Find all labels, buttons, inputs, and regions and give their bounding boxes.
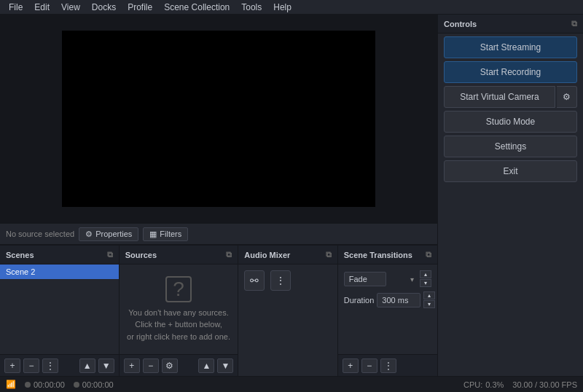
- controls-panel: Controls ⧉ Start Streaming Start Recordi…: [437, 15, 583, 376]
- network-icon: 📶: [6, 380, 16, 389]
- menu-edit[interactable]: Edit: [28, 1, 55, 14]
- filter-scene-button[interactable]: ⋮: [42, 358, 58, 373]
- sources-empty-icon: ?: [165, 276, 192, 302]
- add-scene-button[interactable]: +: [4, 358, 20, 373]
- audio-menu-button[interactable]: ⋮: [270, 270, 291, 291]
- menu-help[interactable]: Help: [267, 1, 297, 14]
- network-status: 📶: [6, 380, 16, 389]
- filter-icon: ▦: [149, 230, 157, 239]
- sources-panel: Sources ⧉ ? You don't have any sources.C…: [120, 246, 239, 376]
- fps-value: 30.00 / 30.00 FPS: [512, 380, 577, 389]
- add-source-button[interactable]: +: [124, 358, 140, 373]
- transition-select-wrapper: Fade Cut Swipe Slide: [344, 272, 417, 286]
- filters-button[interactable]: ▦ Filters: [143, 227, 188, 241]
- transition-type-spin: ▴ ▾: [420, 270, 431, 287]
- cpu-value: 0.3%: [485, 380, 504, 389]
- sources-toolbar: + − ⚙ ▲ ▼: [120, 354, 238, 376]
- remove-transition-button[interactable]: −: [361, 358, 377, 373]
- transitions-title: Scene Transitions: [344, 251, 412, 259]
- studio-mode-button[interactable]: Studio Mode: [444, 111, 577, 133]
- duration-label: Duration: [344, 296, 375, 305]
- controls-header: Controls ⧉: [438, 15, 583, 34]
- audio-mixer-title: Audio Mixer: [244, 251, 290, 259]
- scenes-toolbar: + − ⋮ ▲ ▼: [0, 354, 119, 376]
- sources-empty-text: You don't have any sources.Click the + b…: [127, 307, 230, 343]
- preview-canvas: [62, 31, 375, 207]
- sources-panel-header: Sources ⧉: [120, 246, 238, 264]
- sources-content: ? You don't have any sources.Click the +…: [120, 264, 238, 354]
- audio-mixer-content: ⚯ ⋮: [238, 264, 337, 376]
- transitions-header: Scene Transitions ⧉: [338, 246, 437, 264]
- audio-controls-row: ⚯ ⋮: [244, 270, 331, 291]
- source-bar: No source selected ⚙ Properties ▦ Filter…: [0, 223, 437, 245]
- gear-icon: ⚙: [85, 230, 93, 239]
- audio-link-button[interactable]: ⚯: [244, 270, 265, 291]
- start-streaming-button[interactable]: Start Streaming: [444, 36, 577, 58]
- left-area: No source selected ⚙ Properties ▦ Filter…: [0, 15, 437, 376]
- transitions-content: Fade Cut Swipe Slide ▴ ▾: [338, 264, 437, 354]
- transition-type-down[interactable]: ▾: [420, 279, 431, 287]
- scenes-panel: Scenes ⧉ Scene 2 + − ⋮ ▲ ▼: [0, 246, 120, 376]
- sources-empty: ? You don't have any sources.Click the +…: [120, 264, 238, 354]
- controls-panel-icon[interactable]: ⧉: [571, 19, 577, 28]
- stream-time-item: 00:00:00: [25, 380, 65, 389]
- stream-dot: [25, 382, 31, 388]
- panels: Scenes ⧉ Scene 2 + − ⋮ ▲ ▼ Source: [0, 245, 437, 376]
- fps-status: 30.00 / 30.00 FPS: [512, 380, 577, 389]
- stream-time: 00:00:00: [34, 380, 65, 389]
- menu-file[interactable]: File: [3, 1, 28, 14]
- menu-profile[interactable]: Profile: [122, 1, 158, 14]
- properties-button[interactable]: ⚙ Properties: [79, 227, 138, 241]
- duration-input[interactable]: [377, 293, 420, 307]
- record-dot: [74, 382, 79, 388]
- audio-mixer-panel: Audio Mixer ⧉ ⚯ ⋮: [238, 246, 337, 376]
- audio-mixer-header: Audio Mixer ⧉: [238, 246, 337, 264]
- preview-area: [0, 15, 437, 223]
- source-settings-button[interactable]: ⚙: [162, 358, 178, 373]
- transition-menu-button[interactable]: ⋮: [380, 358, 396, 373]
- add-transition-button[interactable]: +: [343, 358, 359, 373]
- scenes-list: Scene 2: [0, 264, 119, 354]
- record-time-item: 00:00:00: [74, 380, 114, 389]
- settings-button[interactable]: Settings: [444, 136, 577, 157]
- start-virtual-camera-button[interactable]: Start Virtual Camera: [444, 86, 555, 108]
- cpu-status: CPU: 0.3%: [463, 380, 504, 389]
- menu-tools[interactable]: Tools: [235, 1, 267, 14]
- controls-title: Controls: [444, 20, 477, 28]
- start-recording-button[interactable]: Start Recording: [444, 61, 577, 83]
- scenes-title: Scenes: [6, 251, 34, 259]
- duration-up[interactable]: ▴: [423, 291, 435, 299]
- duration-down[interactable]: ▾: [423, 300, 435, 308]
- virtual-camera-settings-button[interactable]: ⚙: [557, 86, 577, 108]
- remove-scene-button[interactable]: −: [23, 358, 39, 373]
- menu-view[interactable]: View: [55, 1, 86, 14]
- sources-title: Sources: [125, 251, 157, 259]
- scene-item[interactable]: Scene 2: [0, 264, 119, 279]
- duration-spin: ▴ ▾: [423, 291, 435, 308]
- no-source-label: No source selected: [6, 230, 74, 238]
- transitions-toolbar: + − ⋮: [338, 354, 437, 376]
- menubar: File Edit View Docks Profile Scene Colle…: [0, 0, 583, 15]
- cpu-label: CPU:: [463, 380, 482, 389]
- transitions-panel-icon[interactable]: ⧉: [426, 250, 431, 259]
- exit-button[interactable]: Exit: [444, 160, 577, 182]
- main-content: No source selected ⚙ Properties ▦ Filter…: [0, 15, 583, 376]
- duration-row: Duration ▴ ▾: [344, 291, 431, 308]
- move-source-up-button[interactable]: ▲: [198, 358, 214, 373]
- transitions-panel: Scene Transitions ⧉ Fade Cut Swipe Slide: [338, 246, 437, 376]
- move-scene-down-button[interactable]: ▼: [98, 358, 114, 373]
- move-source-down-button[interactable]: ▼: [217, 358, 233, 373]
- gear-small-icon: ⚙: [563, 92, 571, 102]
- remove-source-button[interactable]: −: [143, 358, 159, 373]
- transition-type-up[interactable]: ▴: [420, 270, 431, 278]
- menu-docks[interactable]: Docks: [86, 1, 122, 14]
- record-time: 00:00:00: [82, 380, 114, 389]
- statusbar: 📶 00:00:00 00:00:00 CPU: 0.3% 30.00 / 30…: [0, 376, 583, 392]
- audio-panel-icon[interactable]: ⧉: [326, 250, 332, 259]
- move-scene-up-button[interactable]: ▲: [79, 358, 95, 373]
- menu-scene-collection[interactable]: Scene Collection: [158, 1, 235, 14]
- scenes-panel-icon[interactable]: ⧉: [107, 250, 113, 259]
- transition-type-row: Fade Cut Swipe Slide ▴ ▾: [344, 270, 431, 287]
- transition-type-select[interactable]: Fade Cut Swipe Slide: [344, 272, 386, 286]
- sources-panel-icon[interactable]: ⧉: [226, 250, 232, 259]
